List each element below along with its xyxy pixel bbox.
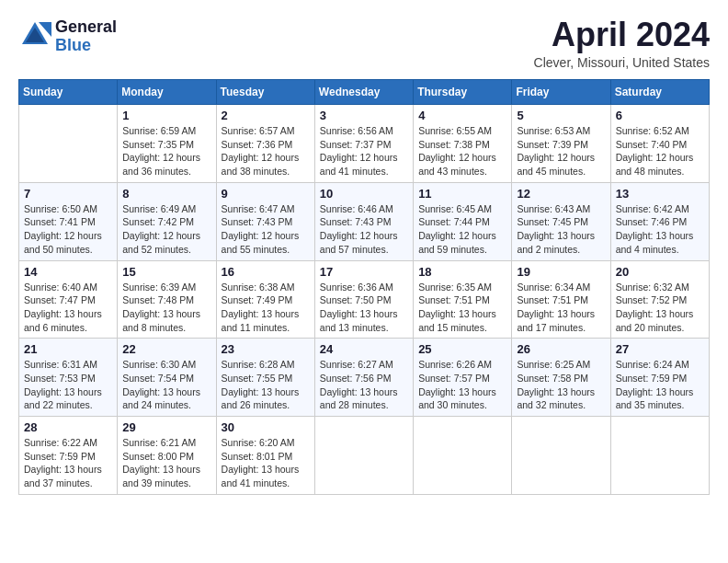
day-number: 10 [320,187,408,201]
header-thursday: Thursday [414,80,512,105]
day-number: 5 [517,109,605,122]
day-info: Sunrise: 6:39 AM Sunset: 7:48 PM Dayligh… [122,281,210,335]
calendar-cell: 19Sunrise: 6:34 AM Sunset: 7:51 PM Dayli… [512,260,610,339]
calendar-cell: 27Sunrise: 6:24 AM Sunset: 7:59 PM Dayli… [610,339,709,417]
calendar-cell: 2Sunrise: 6:57 AM Sunset: 7:36 PM Daylig… [216,105,314,183]
day-info: Sunrise: 6:43 AM Sunset: 7:45 PM Dayligh… [517,202,605,257]
calendar-cell [314,417,413,495]
calendar-cell: 1Sunrise: 6:59 AM Sunset: 7:35 PM Daylig… [118,105,216,183]
day-info: Sunrise: 6:42 AM Sunset: 7:46 PM Dayligh… [616,202,704,257]
calendar-header-row: SundayMondayTuesdayWednesdayThursdayFrid… [19,80,710,105]
day-number: 30 [222,420,310,434]
day-number: 24 [320,342,408,356]
logo: General Blue [18,18,117,55]
day-info: Sunrise: 6:57 AM Sunset: 7:36 PM Dayligh… [222,124,310,178]
calendar-cell: 22Sunrise: 6:30 AM Sunset: 7:54 PM Dayli… [118,339,216,417]
day-number: 8 [122,187,210,201]
calendar-cell: 4Sunrise: 6:55 AM Sunset: 7:38 PM Daylig… [414,105,512,183]
calendar-cell: 12Sunrise: 6:43 AM Sunset: 7:45 PM Dayli… [512,182,610,260]
day-number: 4 [418,109,506,122]
header-saturday: Saturday [610,80,709,105]
day-info: Sunrise: 6:38 AM Sunset: 7:49 PM Dayligh… [222,281,310,335]
day-number: 17 [320,265,408,279]
calendar-cell: 6Sunrise: 6:52 AM Sunset: 7:40 PM Daylig… [610,105,709,183]
day-number: 3 [320,109,408,122]
logo-general-text: General [55,18,117,37]
calendar-cell: 11Sunrise: 6:45 AM Sunset: 7:44 PM Dayli… [414,182,512,260]
day-info: Sunrise: 6:45 AM Sunset: 7:44 PM Dayligh… [418,202,506,257]
day-number: 29 [122,420,210,434]
day-info: Sunrise: 6:50 AM Sunset: 7:41 PM Dayligh… [24,202,112,257]
day-info: Sunrise: 6:40 AM Sunset: 7:47 PM Dayligh… [24,281,112,335]
logo-text: General Blue [55,18,117,55]
day-number: 9 [222,187,310,201]
calendar-cell [19,105,118,183]
day-number: 6 [616,109,704,122]
day-info: Sunrise: 6:46 AM Sunset: 7:43 PM Dayligh… [320,202,408,257]
calendar-week-row: 28Sunrise: 6:22 AM Sunset: 7:59 PM Dayli… [19,417,710,495]
day-info: Sunrise: 6:20 AM Sunset: 8:01 PM Dayligh… [222,436,310,490]
header-monday: Monday [118,80,216,105]
day-number: 14 [24,265,112,279]
logo-blue-text: Blue [55,37,117,55]
calendar-cell: 3Sunrise: 6:56 AM Sunset: 7:37 PM Daylig… [314,105,413,183]
day-info: Sunrise: 6:49 AM Sunset: 7:42 PM Dayligh… [122,202,210,257]
day-number: 12 [517,187,605,201]
day-info: Sunrise: 6:32 AM Sunset: 7:52 PM Dayligh… [616,281,704,335]
day-info: Sunrise: 6:22 AM Sunset: 7:59 PM Dayligh… [24,436,112,490]
calendar-cell: 26Sunrise: 6:25 AM Sunset: 7:58 PM Dayli… [512,339,610,417]
calendar-cell [610,417,709,495]
calendar-cell: 8Sunrise: 6:49 AM Sunset: 7:42 PM Daylig… [118,182,216,260]
day-info: Sunrise: 6:21 AM Sunset: 8:00 PM Dayligh… [122,436,210,490]
day-number: 19 [517,265,605,279]
day-info: Sunrise: 6:36 AM Sunset: 7:50 PM Dayligh… [320,281,408,335]
day-number: 21 [24,342,112,356]
calendar-cell: 23Sunrise: 6:28 AM Sunset: 7:55 PM Dayli… [216,339,314,417]
day-number: 16 [222,265,310,279]
day-info: Sunrise: 6:47 AM Sunset: 7:43 PM Dayligh… [222,202,310,257]
day-number: 18 [418,265,506,279]
calendar-week-row: 21Sunrise: 6:31 AM Sunset: 7:53 PM Dayli… [19,339,710,417]
day-number: 28 [24,420,112,434]
header-friday: Friday [512,80,610,105]
calendar-cell: 5Sunrise: 6:53 AM Sunset: 7:39 PM Daylig… [512,105,610,183]
day-number: 23 [222,342,310,356]
day-info: Sunrise: 6:31 AM Sunset: 7:53 PM Dayligh… [24,358,112,412]
month-title: April 2024 [534,18,710,52]
day-info: Sunrise: 6:25 AM Sunset: 7:58 PM Dayligh… [517,358,605,412]
day-info: Sunrise: 6:34 AM Sunset: 7:51 PM Dayligh… [517,281,605,335]
day-info: Sunrise: 6:55 AM Sunset: 7:38 PM Dayligh… [418,124,506,178]
day-number: 25 [418,342,506,356]
day-info: Sunrise: 6:24 AM Sunset: 7:59 PM Dayligh… [616,358,704,412]
day-number: 20 [616,265,704,279]
day-number: 11 [418,187,506,201]
day-number: 13 [616,187,704,201]
day-info: Sunrise: 6:53 AM Sunset: 7:39 PM Dayligh… [517,124,605,178]
calendar-cell: 24Sunrise: 6:27 AM Sunset: 7:56 PM Dayli… [314,339,413,417]
day-info: Sunrise: 6:56 AM Sunset: 7:37 PM Dayligh… [320,124,408,178]
calendar-cell [512,417,610,495]
logo-icon [18,18,51,52]
location-text: Clever, Missouri, United States [534,55,710,70]
calendar-week-row: 14Sunrise: 6:40 AM Sunset: 7:47 PM Dayli… [19,260,710,339]
calendar-cell: 15Sunrise: 6:39 AM Sunset: 7:48 PM Dayli… [118,260,216,339]
day-number: 1 [122,109,210,122]
calendar-cell [414,417,512,495]
calendar-table: SundayMondayTuesdayWednesdayThursdayFrid… [18,79,710,495]
page-header: General Blue April 2024 Clever, Missouri… [18,18,710,70]
day-info: Sunrise: 6:27 AM Sunset: 7:56 PM Dayligh… [320,358,408,412]
calendar-cell: 20Sunrise: 6:32 AM Sunset: 7:52 PM Dayli… [610,260,709,339]
calendar-cell: 13Sunrise: 6:42 AM Sunset: 7:46 PM Dayli… [610,182,709,260]
calendar-cell: 28Sunrise: 6:22 AM Sunset: 7:59 PM Dayli… [19,417,118,495]
day-number: 27 [616,342,704,356]
calendar-cell: 25Sunrise: 6:26 AM Sunset: 7:57 PM Dayli… [414,339,512,417]
day-info: Sunrise: 6:26 AM Sunset: 7:57 PM Dayligh… [418,358,506,412]
day-number: 22 [122,342,210,356]
title-block: April 2024 Clever, Missouri, United Stat… [534,18,710,70]
calendar-cell: 7Sunrise: 6:50 AM Sunset: 7:41 PM Daylig… [19,182,118,260]
day-info: Sunrise: 6:28 AM Sunset: 7:55 PM Dayligh… [222,358,310,412]
header-tuesday: Tuesday [216,80,314,105]
calendar-cell: 14Sunrise: 6:40 AM Sunset: 7:47 PM Dayli… [19,260,118,339]
calendar-cell: 10Sunrise: 6:46 AM Sunset: 7:43 PM Dayli… [314,182,413,260]
calendar-week-row: 7Sunrise: 6:50 AM Sunset: 7:41 PM Daylig… [19,182,710,260]
